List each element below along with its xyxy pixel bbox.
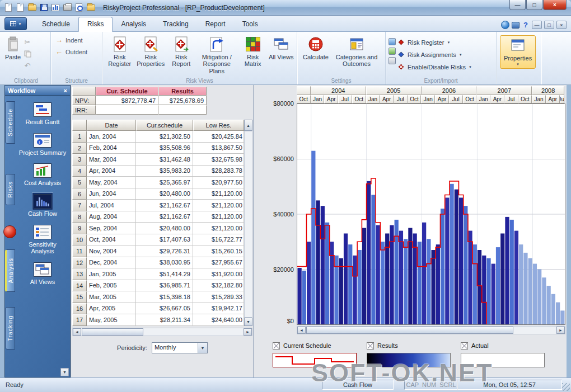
all-views-button[interactable]: All Views [268, 34, 294, 62]
date-cell[interactable]: Feb, 2004 [87, 143, 136, 154]
maximize-button[interactable]: □ [526, 0, 542, 10]
row-number-cell[interactable]: 11 [72, 245, 87, 257]
row-number-cell[interactable]: 16 [72, 303, 87, 315]
table-row[interactable]: 14Feb, 2005$36,985.71$32,182.80 [72, 280, 244, 292]
cur-schedule-cell[interactable]: $25,365.97 [136, 177, 193, 188]
row-number-cell[interactable]: 3 [72, 154, 87, 166]
row-number-cell[interactable]: 14 [72, 280, 87, 292]
export-file-icon[interactable] [389, 38, 396, 45]
row-number-cell[interactable]: 6 [72, 188, 87, 200]
date-cell[interactable]: Apr, 2004 [87, 166, 136, 177]
low-res-cell[interactable]: $20,425.84 [193, 131, 244, 143]
workflow-item-project-summary[interactable]: i Project Summary [17, 133, 68, 157]
mdi-close-button[interactable]: × [556, 21, 567, 29]
table-row[interactable]: 5May, 2004$25,365.97$20,977.50 [72, 177, 244, 188]
workflow-item-cash-flow[interactable]: Cash Flow [17, 194, 68, 218]
date-cell[interactable]: May, 2004 [87, 177, 136, 188]
cur-schedule-cell[interactable]: $21,162.67 [136, 211, 193, 223]
grid-scroll-up-button[interactable]: ▲ [244, 120, 252, 131]
minimize-button[interactable]: — [509, 0, 526, 10]
low-res-cell[interactable]: $16,722.77 [193, 234, 244, 246]
table-row[interactable]: 11Nov, 2004$29,726.31$15,260.15 [72, 245, 244, 257]
row-number-cell[interactable]: 1 [72, 131, 87, 143]
workflow-close-icon[interactable]: × [64, 87, 67, 94]
cur-schedule-cell[interactable]: $15,398.18 [136, 291, 193, 303]
workflow-item-cost-analysis[interactable]: Cost Analysis [17, 163, 68, 187]
date-cell[interactable]: Nov, 2004 [87, 245, 136, 257]
cashflow-chart[interactable] [297, 103, 565, 325]
folder-button[interactable] [86, 3, 96, 13]
low-res-column-header[interactable]: Low Res. [193, 120, 244, 131]
chart-horizontal-scrollbar[interactable]: ◄ ► [297, 326, 565, 334]
cur-schedule-cell[interactable]: $31,462.48 [136, 154, 193, 166]
row-number-cell[interactable]: 7 [72, 200, 87, 211]
low-res-cell[interactable]: $13,867.50 [193, 143, 244, 154]
calculate-button[interactable]: Calculate [299, 34, 332, 62]
print-button[interactable] [62, 3, 72, 13]
date-cell[interactable]: Sep, 2004 [87, 223, 136, 234]
grid-scroll-left-button[interactable]: ◄ [73, 328, 81, 336]
risk-register-button[interactable]: Risk Register [105, 34, 135, 69]
low-res-cell[interactable]: $19,942.17 [193, 303, 244, 315]
low-res-cell[interactable]: $21,120.00 [193, 223, 244, 234]
cur-schedule-cell[interactable]: $20,480.00 [136, 188, 193, 200]
print-preview-button[interactable] [74, 3, 84, 13]
row-number-cell[interactable]: 4 [72, 166, 87, 177]
workflow-tab-schedule[interactable]: Schedule [5, 101, 15, 144]
cur-schedule-cell[interactable]: $29,726.31 [136, 245, 193, 257]
table-row[interactable]: 1Jan, 2004$21,302.50$20,425.84 [72, 131, 244, 143]
help-icon[interactable]: ? [522, 21, 530, 29]
globe-icon[interactable] [501, 21, 509, 29]
row-number-cell[interactable]: 9 [72, 223, 87, 234]
workflow-scroll-down-button[interactable]: ▼ [60, 368, 69, 376]
table-row[interactable]: 3Mar, 2004$31,462.48$32,675.98 [72, 154, 244, 166]
copy-icon[interactable] [23, 49, 32, 58]
table-row[interactable]: 15Mar, 2005$15,398.18$15,289.33 [72, 291, 244, 303]
low-res-cell[interactable]: $21,120.00 [193, 188, 244, 200]
import-file-icon[interactable] [389, 48, 396, 55]
low-res-cell[interactable]: $21,120.00 [193, 211, 244, 223]
table-row[interactable]: 8Aug, 2004$21,162.67$21,120.00 [72, 211, 244, 223]
open-folder-button[interactable] [27, 3, 37, 13]
cur-schedule-cell[interactable]: $28,211.34 [136, 314, 193, 326]
close-button[interactable]: × [543, 0, 567, 10]
row-number-cell[interactable]: 12 [72, 257, 87, 269]
cur-schedule-cell[interactable]: $51,414.29 [136, 268, 193, 280]
cur-schedule-cell[interactable]: $21,302.50 [136, 131, 193, 143]
risk-report-button[interactable]: Risk Report [167, 34, 196, 69]
cur-schedule-cell[interactable]: $36,985.71 [136, 280, 193, 292]
row-number-cell[interactable]: 10 [72, 234, 87, 246]
cur-schedule-cell[interactable]: $20,480.00 [136, 223, 193, 234]
date-cell[interactable]: Jan, 2004 [87, 131, 136, 143]
feedback-icon[interactable] [512, 22, 519, 29]
cur-schedule-cell[interactable]: $35,508.96 [136, 143, 193, 154]
workflow-item-result-gantt[interactable]: Result Gantt [17, 102, 68, 126]
workflow-item-sensitivity-analysis[interactable]: Sensitivity Analysis [17, 225, 68, 255]
row-number-cell[interactable]: 13 [72, 268, 87, 280]
cur-schedule-cell[interactable]: $35,983.20 [136, 166, 193, 177]
risk-assignments-button[interactable]: Risk Assignments ▼ [397, 49, 472, 60]
combo-dropdown-icon[interactable]: ▼ [198, 343, 207, 353]
table-row[interactable]: 17May, 2005$28,211.34$24,640.00 [72, 314, 244, 326]
tab-schedule[interactable]: Schedule [34, 17, 78, 31]
row-number-cell[interactable]: 17 [72, 314, 87, 326]
workflow-tab-analysis[interactable]: Analysis [5, 249, 15, 292]
low-res-cell[interactable]: $32,675.98 [193, 154, 244, 166]
save-button[interactable] [39, 3, 49, 13]
date-cell[interactable]: Jun, 2004 [87, 188, 136, 200]
low-res-cell[interactable]: $24,640.00 [193, 314, 244, 326]
risk-matrix-button[interactable]: Risk Matrix [238, 34, 268, 69]
date-cell[interactable]: Jan, 2005 [87, 268, 136, 280]
date-cell[interactable]: Mar, 2004 [87, 154, 136, 166]
chart-hscroll-thumb[interactable] [306, 327, 513, 334]
low-res-cell[interactable]: $27,955.67 [193, 257, 244, 269]
table-row[interactable]: 6Jun, 2004$20,480.00$21,120.00 [72, 188, 244, 200]
row-number-cell[interactable]: 5 [72, 177, 87, 188]
mitigation-plans-button[interactable]: Mitigation / Response Plans [196, 34, 238, 76]
tab-risks[interactable]: Risks [78, 17, 113, 32]
table-row[interactable]: 4Apr, 2004$35,983.20$28,283.78 [72, 166, 244, 177]
date-cell[interactable]: May, 2005 [87, 314, 136, 326]
cur-schedule-cell[interactable]: $38,030.95 [136, 257, 193, 269]
properties-button[interactable]: Properties ▼ [500, 35, 536, 69]
legend-checkbox[interactable] [273, 342, 280, 350]
